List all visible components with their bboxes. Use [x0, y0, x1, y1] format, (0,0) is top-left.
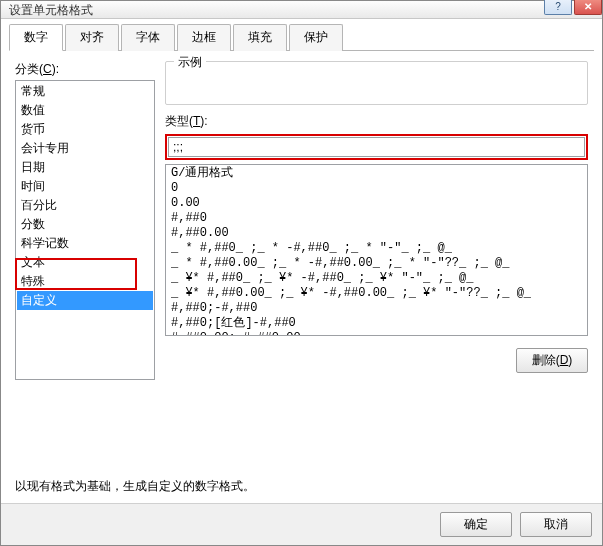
close-button[interactable]: ✕ [574, 0, 602, 15]
type-item[interactable]: #,##0;-#,##0 [167, 301, 586, 316]
main-row: 分类(C): 常规 数值 货币 会计专用 日期 时间 百分比 分数 科学记数 [15, 61, 588, 458]
dialog-body: 数字 对齐 字体 边框 填充 保护 分类(C): 常规 数值 货 [1, 19, 602, 503]
delete-row: 删除(D) [165, 348, 588, 373]
tab-fill[interactable]: 填充 [233, 24, 287, 51]
type-list[interactable]: G/通用格式 0 0.00 #,##0 #,##0.00 _ * #,##0_ … [165, 164, 588, 336]
type-item[interactable]: #,##0.00;-#,##0.00 [167, 331, 586, 336]
category-item-accounting[interactable]: 会计专用 [17, 139, 153, 158]
category-list-wrap: 常规 数值 货币 会计专用 日期 时间 百分比 分数 科学记数 文本 特殊 自定… [15, 80, 155, 458]
type-input[interactable] [168, 137, 585, 157]
category-item-date[interactable]: 日期 [17, 158, 153, 177]
category-label: 分类(C): [15, 61, 155, 78]
window-title: 设置单元格格式 [9, 3, 93, 17]
tab-number[interactable]: 数字 [9, 24, 63, 51]
category-item-general[interactable]: 常规 [17, 82, 153, 101]
category-item-currency[interactable]: 货币 [17, 120, 153, 139]
ok-button[interactable]: 确定 [440, 512, 512, 537]
type-item[interactable]: _ * #,##0_ ;_ * -#,##0_ ;_ * "-"_ ;_ @_ [167, 241, 586, 256]
category-item-time[interactable]: 时间 [17, 177, 153, 196]
type-item[interactable]: #,##0 [167, 211, 586, 226]
category-item-number[interactable]: 数值 [17, 101, 153, 120]
category-item-scientific[interactable]: 科学记数 [17, 234, 153, 253]
tab-border[interactable]: 边框 [177, 24, 231, 51]
type-item[interactable]: _ ¥* #,##0_ ;_ ¥* -#,##0_ ;_ ¥* "-"_ ;_ … [167, 271, 586, 286]
tab-strip: 数字 对齐 字体 边框 填充 保护 [9, 23, 594, 51]
tab-alignment[interactable]: 对齐 [65, 24, 119, 51]
type-item[interactable]: _ * #,##0.00_ ;_ * -#,##0.00_ ;_ * "-"??… [167, 256, 586, 271]
category-list[interactable]: 常规 数值 货币 会计专用 日期 时间 百分比 分数 科学记数 文本 特殊 自定… [15, 80, 155, 380]
category-column: 分类(C): 常规 数值 货币 会计专用 日期 时间 百分比 分数 科学记数 [15, 61, 155, 458]
category-item-fraction[interactable]: 分数 [17, 215, 153, 234]
footer: 确定 取消 [1, 503, 602, 545]
type-item[interactable]: 0 [167, 181, 586, 196]
category-item-text[interactable]: 文本 [17, 253, 153, 272]
format-cells-dialog: 设置单元格格式 ? ✕ 数字 对齐 字体 边框 填充 保护 分类(C): [0, 0, 603, 546]
type-item[interactable]: G/通用格式 [167, 166, 586, 181]
tab-protection[interactable]: 保护 [289, 24, 343, 51]
type-item[interactable]: 0.00 [167, 196, 586, 211]
sample-caption: 示例 [174, 54, 206, 71]
title-bar: 设置单元格格式 ? ✕ [1, 1, 602, 19]
type-label: 类型(T): [165, 113, 588, 130]
category-item-percentage[interactable]: 百分比 [17, 196, 153, 215]
type-input-highlight [165, 134, 588, 160]
delete-button[interactable]: 删除(D) [516, 348, 588, 373]
type-item[interactable]: _ ¥* #,##0.00_ ;_ ¥* -#,##0.00_ ;_ ¥* "-… [167, 286, 586, 301]
type-item[interactable]: #,##0;[红色]-#,##0 [167, 316, 586, 331]
type-item[interactable]: #,##0.00 [167, 226, 586, 241]
category-item-special[interactable]: 特殊 [17, 272, 153, 291]
tab-font[interactable]: 字体 [121, 24, 175, 51]
sample-group: 示例 [165, 61, 588, 105]
cancel-button[interactable]: 取消 [520, 512, 592, 537]
hint-text: 以现有格式为基础，生成自定义的数字格式。 [15, 478, 588, 495]
window-buttons: ? ✕ [542, 0, 602, 15]
help-button[interactable]: ? [544, 0, 572, 15]
right-column: 示例 类型(T): G/通用格式 0 0.00 #,##0 #,##0.00 [155, 61, 588, 458]
category-item-custom[interactable]: 自定义 [17, 291, 153, 310]
tab-content: 分类(C): 常规 数值 货币 会计专用 日期 时间 百分比 分数 科学记数 [9, 51, 594, 495]
